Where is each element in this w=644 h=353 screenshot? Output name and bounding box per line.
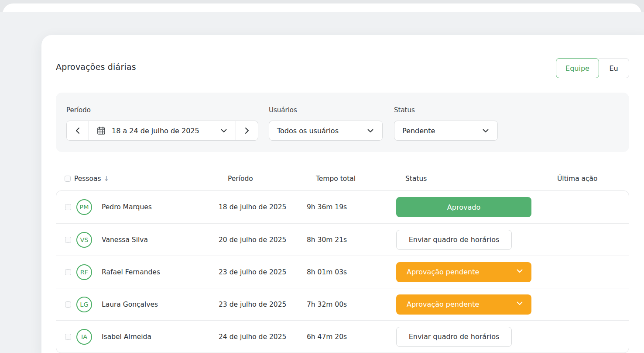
header-people[interactable]: Pessoas <box>74 175 101 183</box>
header-last-action: Última ação <box>557 175 629 183</box>
row-checkbox[interactable] <box>65 237 71 243</box>
row-total-time: 7h 32m 00s <box>307 301 396 308</box>
chevron-down-icon <box>367 129 373 133</box>
avatar: PM <box>76 199 92 215</box>
chevron-left-icon <box>75 127 80 134</box>
row-total-time: 9h 36m 19s <box>307 203 396 211</box>
users-filter-label: Usuários <box>269 106 297 114</box>
previous-period-button[interactable] <box>66 121 89 141</box>
period-filter-label: Período <box>66 106 91 114</box>
row-period: 24 de julho de 2025 <box>219 333 307 341</box>
select-all-checkbox[interactable] <box>65 176 71 182</box>
approvals-card: Aprovações diárias Equipe Eu Período Usu… <box>41 35 644 353</box>
status-action-label: Aprovação pendente <box>407 300 479 308</box>
row-period: 23 de julho de 2025 <box>219 268 307 276</box>
sort-descending-icon[interactable]: ↓ <box>104 175 110 183</box>
toggle-me-button[interactable]: Eu <box>599 58 629 78</box>
row-checkbox[interactable] <box>65 204 71 210</box>
row-total-time: 8h 01m 03s <box>307 268 396 276</box>
header-status: Status <box>405 175 557 183</box>
page-title: Aprovações diárias <box>56 62 136 72</box>
row-period: 18 de julho de 2025 <box>219 203 307 211</box>
chevron-down-icon <box>517 301 523 305</box>
chevron-down-icon <box>221 129 227 133</box>
status-action-label: Enviar quadro de horários <box>409 332 500 341</box>
status-select-value: Pendente <box>402 127 435 135</box>
calendar-icon <box>97 126 106 135</box>
person-name: Pedro Marques <box>102 203 219 211</box>
row-checkbox[interactable] <box>65 269 71 275</box>
users-select-value: Todos os usuários <box>277 127 339 135</box>
status-filter-label: Status <box>394 106 415 114</box>
row-total-time: 8h 30m 21s <box>307 236 396 244</box>
table-row: IA Isabel Almeida 24 de julho de 2025 6h… <box>56 320 629 353</box>
avatar: VS <box>76 232 92 248</box>
chevron-down-icon <box>483 129 489 133</box>
status-action-label: Enviar quadro de horários <box>409 235 500 244</box>
status-action-button[interactable]: Enviar quadro de horários <box>396 230 512 250</box>
table-header: Pessoas ↓ Período Tempo total Status Últ… <box>56 174 629 183</box>
status-action-button[interactable]: Aprovação pendente <box>396 262 531 282</box>
table-row: RF Rafael Fernandes 23 de julho de 2025 … <box>56 256 629 288</box>
row-total-time: 6h 47m 20s <box>307 333 396 341</box>
users-select[interactable]: Todos os usuários <box>269 121 383 141</box>
person-name: Isabel Almeida <box>102 333 219 341</box>
row-period: 20 de julho de 2025 <box>219 236 307 244</box>
row-period: 23 de julho de 2025 <box>219 301 307 308</box>
filters-panel: Período Usuários Status 18 a 24 de julho… <box>56 93 629 152</box>
table-row: LG Laura Gonçalves 23 de julho de 2025 7… <box>56 288 629 320</box>
chevron-right-icon <box>245 127 249 134</box>
person-name: Laura Gonçalves <box>102 301 219 308</box>
row-checkbox[interactable] <box>65 334 71 340</box>
status-action-label: Aprovado <box>447 203 480 211</box>
header-period: Período <box>228 175 316 183</box>
status-action-button[interactable]: Aprovação pendente <box>396 294 531 315</box>
table-row: PM Pedro Marques 18 de julho de 2025 9h … <box>56 191 629 223</box>
table-row: VS Vanessa Silva 20 de julho de 2025 8h … <box>56 223 629 256</box>
status-action-label: Aprovação pendente <box>407 268 479 276</box>
status-action-button[interactable]: Aprovado <box>396 197 531 217</box>
view-toggle: Equipe Eu <box>556 58 629 78</box>
approvals-table: PM Pedro Marques 18 de julho de 2025 9h … <box>56 190 629 353</box>
avatar: LG <box>76 297 92 312</box>
row-checkbox[interactable] <box>65 301 71 308</box>
status-select[interactable]: Pendente <box>394 121 498 141</box>
period-range-value: 18 a 24 de julho de 2025 <box>112 127 199 135</box>
person-name: Vanessa Silva <box>102 236 219 244</box>
chevron-down-icon <box>517 269 523 273</box>
period-range-select[interactable]: 18 a 24 de julho de 2025 <box>89 121 236 141</box>
person-name: Rafael Fernandes <box>102 268 219 276</box>
header-total-time: Tempo total <box>316 175 405 183</box>
status-action-button[interactable]: Enviar quadro de horários <box>396 327 512 347</box>
period-navigator: 18 a 24 de julho de 2025 <box>66 121 258 141</box>
next-period-button[interactable] <box>236 121 258 141</box>
avatar: RF <box>76 264 92 280</box>
toggle-team-button[interactable]: Equipe <box>556 58 599 78</box>
avatar: IA <box>76 329 92 345</box>
